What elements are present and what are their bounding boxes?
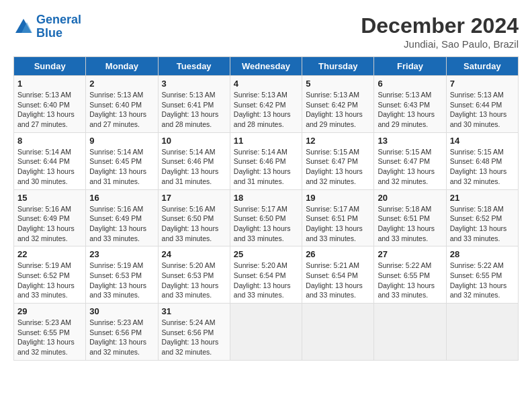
calendar-cell (302, 304, 374, 361)
calendar-cell: 4Sunrise: 5:13 AM Sunset: 6:42 PM Daylig… (230, 76, 302, 133)
day-info: Sunrise: 5:18 AM Sunset: 6:51 PM Dayligh… (378, 204, 442, 244)
day-info: Sunrise: 5:13 AM Sunset: 6:43 PM Dayligh… (378, 90, 442, 130)
title-block: December 2024 Jundiai, Sao Paulo, Brazil (361, 13, 519, 50)
day-header-friday: Friday (374, 57, 446, 76)
calendar-cell: 25Sunrise: 5:20 AM Sunset: 6:54 PM Dayli… (230, 246, 302, 304)
calendar-cell: 21Sunrise: 5:18 AM Sunset: 6:52 PM Dayli… (446, 189, 518, 246)
calendar-cell: 24Sunrise: 5:20 AM Sunset: 6:53 PM Dayli… (158, 246, 230, 304)
calendar-cell: 12Sunrise: 5:15 AM Sunset: 6:47 PM Dayli… (302, 132, 374, 189)
day-number: 17 (162, 193, 226, 203)
day-number: 28 (450, 249, 515, 259)
day-info: Sunrise: 5:17 AM Sunset: 6:50 PM Dayligh… (234, 204, 298, 244)
day-number: 7 (450, 79, 515, 89)
day-number: 8 (17, 136, 82, 146)
calendar-week-row: 1Sunrise: 5:13 AM Sunset: 6:40 PM Daylig… (14, 76, 519, 133)
calendar-table: SundayMondayTuesdayWednesdayThursdayFrid… (13, 56, 519, 361)
day-number: 16 (89, 193, 154, 203)
page-header: General Blue December 2024 Jundiai, Sao … (13, 13, 519, 50)
calendar-week-row: 15Sunrise: 5:16 AM Sunset: 6:49 PM Dayli… (14, 189, 519, 246)
calendar-cell: 9Sunrise: 5:14 AM Sunset: 6:45 PM Daylig… (86, 132, 158, 189)
calendar-cell: 7Sunrise: 5:13 AM Sunset: 6:44 PM Daylig… (446, 76, 518, 133)
day-info: Sunrise: 5:13 AM Sunset: 6:42 PM Dayligh… (306, 90, 370, 130)
day-number: 30 (89, 306, 154, 316)
calendar-cell: 15Sunrise: 5:16 AM Sunset: 6:49 PM Dayli… (14, 189, 86, 246)
calendar-week-row: 22Sunrise: 5:19 AM Sunset: 6:52 PM Dayli… (14, 246, 519, 304)
calendar-cell: 30Sunrise: 5:23 AM Sunset: 6:56 PM Dayli… (86, 304, 158, 361)
logo-text: General Blue (36, 13, 81, 40)
day-info: Sunrise: 5:13 AM Sunset: 6:40 PM Dayligh… (17, 90, 82, 130)
calendar-body: 1Sunrise: 5:13 AM Sunset: 6:40 PM Daylig… (14, 76, 519, 361)
day-number: 22 (17, 249, 82, 259)
calendar-cell: 6Sunrise: 5:13 AM Sunset: 6:43 PM Daylig… (374, 76, 446, 133)
logo-line2: Blue (36, 26, 62, 40)
calendar-cell: 20Sunrise: 5:18 AM Sunset: 6:51 PM Dayli… (374, 189, 446, 246)
calendar-cell: 10Sunrise: 5:14 AM Sunset: 6:46 PM Dayli… (158, 132, 230, 189)
day-number: 25 (234, 249, 298, 259)
day-header-tuesday: Tuesday (158, 57, 230, 76)
calendar-cell: 17Sunrise: 5:16 AM Sunset: 6:50 PM Dayli… (158, 189, 230, 246)
day-info: Sunrise: 5:22 AM Sunset: 6:55 PM Dayligh… (450, 261, 515, 300)
calendar-cell: 26Sunrise: 5:21 AM Sunset: 6:54 PM Dayli… (302, 246, 374, 304)
day-info: Sunrise: 5:20 AM Sunset: 6:54 PM Dayligh… (234, 261, 298, 300)
calendar-cell: 22Sunrise: 5:19 AM Sunset: 6:52 PM Dayli… (14, 246, 86, 304)
calendar-cell: 14Sunrise: 5:15 AM Sunset: 6:48 PM Dayli… (446, 132, 518, 189)
day-info: Sunrise: 5:13 AM Sunset: 6:44 PM Dayligh… (450, 90, 515, 130)
main-title: December 2024 (361, 13, 519, 38)
day-number: 15 (17, 193, 82, 203)
day-number: 27 (378, 249, 442, 259)
day-number: 24 (162, 249, 226, 259)
day-number: 4 (234, 79, 298, 89)
day-header-wednesday: Wednesday (230, 57, 302, 76)
calendar-cell: 13Sunrise: 5:15 AM Sunset: 6:47 PM Dayli… (374, 132, 446, 189)
logo-line1: General (36, 13, 81, 26)
day-header-thursday: Thursday (302, 57, 374, 76)
logo-icon (13, 17, 34, 37)
day-info: Sunrise: 5:14 AM Sunset: 6:46 PM Dayligh… (162, 147, 226, 187)
calendar-cell: 29Sunrise: 5:23 AM Sunset: 6:55 PM Dayli… (14, 304, 86, 361)
calendar-week-row: 29Sunrise: 5:23 AM Sunset: 6:55 PM Dayli… (14, 304, 519, 361)
day-info: Sunrise: 5:15 AM Sunset: 6:47 PM Dayligh… (306, 147, 370, 187)
day-info: Sunrise: 5:15 AM Sunset: 6:47 PM Dayligh… (378, 147, 442, 187)
day-number: 19 (306, 193, 370, 203)
day-number: 6 (378, 79, 442, 89)
day-info: Sunrise: 5:22 AM Sunset: 6:55 PM Dayligh… (378, 261, 442, 300)
calendar-cell: 11Sunrise: 5:14 AM Sunset: 6:46 PM Dayli… (230, 132, 302, 189)
day-info: Sunrise: 5:16 AM Sunset: 6:50 PM Dayligh… (162, 204, 226, 244)
day-info: Sunrise: 5:19 AM Sunset: 6:52 PM Dayligh… (17, 261, 82, 300)
day-info: Sunrise: 5:17 AM Sunset: 6:51 PM Dayligh… (306, 204, 370, 244)
calendar-cell: 31Sunrise: 5:24 AM Sunset: 6:56 PM Dayli… (158, 304, 230, 361)
calendar-cell: 5Sunrise: 5:13 AM Sunset: 6:42 PM Daylig… (302, 76, 374, 133)
day-info: Sunrise: 5:21 AM Sunset: 6:54 PM Dayligh… (306, 261, 370, 300)
day-number: 2 (89, 79, 154, 89)
day-info: Sunrise: 5:14 AM Sunset: 6:45 PM Dayligh… (89, 147, 154, 187)
calendar-cell: 2Sunrise: 5:13 AM Sunset: 6:40 PM Daylig… (86, 76, 158, 133)
day-info: Sunrise: 5:24 AM Sunset: 6:56 PM Dayligh… (162, 318, 226, 357)
day-info: Sunrise: 5:16 AM Sunset: 6:49 PM Dayligh… (89, 204, 154, 244)
day-number: 14 (450, 136, 515, 146)
day-number: 11 (234, 136, 298, 146)
calendar-header-row: SundayMondayTuesdayWednesdayThursdayFrid… (14, 57, 519, 76)
day-info: Sunrise: 5:20 AM Sunset: 6:53 PM Dayligh… (162, 261, 226, 300)
calendar-cell: 18Sunrise: 5:17 AM Sunset: 6:50 PM Dayli… (230, 189, 302, 246)
logo: General Blue (13, 13, 81, 40)
day-info: Sunrise: 5:23 AM Sunset: 6:55 PM Dayligh… (17, 318, 82, 357)
day-number: 9 (89, 136, 154, 146)
day-header-monday: Monday (86, 57, 158, 76)
day-number: 18 (234, 193, 298, 203)
calendar-cell: 16Sunrise: 5:16 AM Sunset: 6:49 PM Dayli… (86, 189, 158, 246)
day-number: 5 (306, 79, 370, 89)
calendar-cell: 1Sunrise: 5:13 AM Sunset: 6:40 PM Daylig… (14, 76, 86, 133)
day-number: 26 (306, 249, 370, 259)
calendar-cell (374, 304, 446, 361)
day-info: Sunrise: 5:18 AM Sunset: 6:52 PM Dayligh… (450, 204, 515, 244)
day-number: 12 (306, 136, 370, 146)
calendar-cell: 23Sunrise: 5:19 AM Sunset: 6:53 PM Dayli… (86, 246, 158, 304)
calendar-cell: 19Sunrise: 5:17 AM Sunset: 6:51 PM Dayli… (302, 189, 374, 246)
day-info: Sunrise: 5:13 AM Sunset: 6:40 PM Dayligh… (89, 90, 154, 130)
day-number: 1 (17, 79, 82, 89)
day-info: Sunrise: 5:16 AM Sunset: 6:49 PM Dayligh… (17, 204, 82, 244)
day-number: 31 (162, 306, 226, 316)
calendar-cell (230, 304, 302, 361)
calendar-cell (446, 304, 518, 361)
day-info: Sunrise: 5:13 AM Sunset: 6:41 PM Dayligh… (162, 90, 226, 130)
